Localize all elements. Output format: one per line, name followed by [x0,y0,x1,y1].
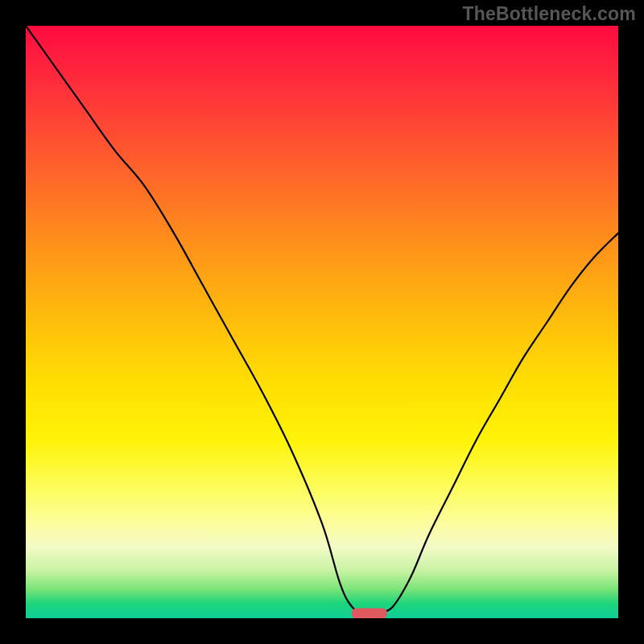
curve-left [26,26,382,613]
chart-frame: TheBottleneck.com [0,0,644,644]
curve-right [382,233,618,613]
chart-svg [26,26,618,618]
minimum-marker-pill [352,609,387,618]
plot-area [26,26,618,618]
attribution-text: TheBottleneck.com [462,3,636,25]
